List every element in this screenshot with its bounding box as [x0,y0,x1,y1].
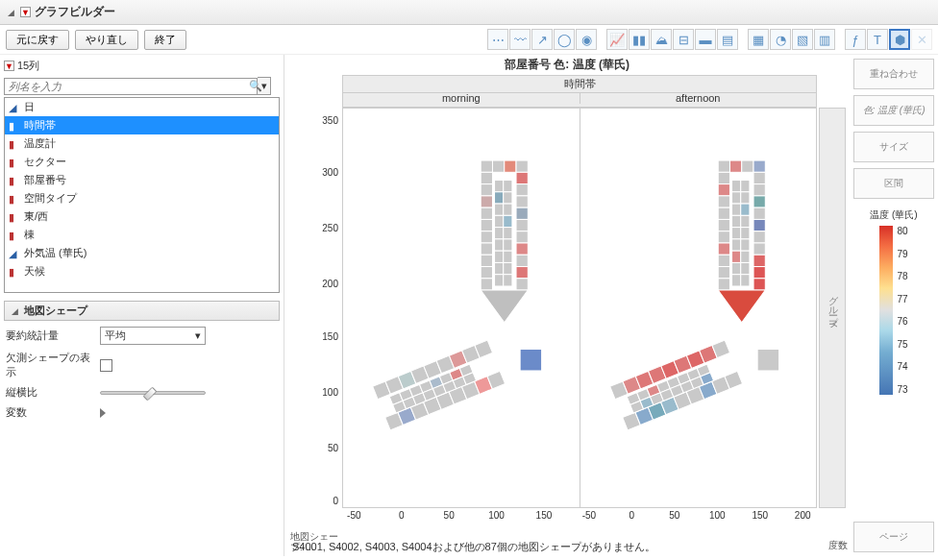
col-disclosure-icon[interactable]: ▼ [4,61,14,71]
group-y-strip[interactable]: グループY [819,108,846,508]
col-label: 時間帯 [24,118,56,133]
undo-button[interactable]: 元に戻す [6,30,69,50]
y-tick: 300 [304,166,338,177]
bar-icon[interactable]: ▮▮ [629,29,650,50]
interval-dropzone[interactable]: 区間 [853,168,934,199]
svg-rect-36 [495,251,504,262]
page-dropzone[interactable]: ページ [853,522,934,552]
legend-tick: 80 [897,226,907,236]
select-value: 平均 [105,329,126,343]
x-tick: 100 [709,510,726,521]
chart-area: 時間帯 morning afternoon 350 300 250 200 15… [284,75,850,556]
x-tick: 100 [488,510,505,521]
svg-marker-120 [718,290,765,323]
title-bar: ◢ ▼ グラフビルダー [0,0,938,25]
shape-section-header[interactable]: ◢ 地図シェープ [4,301,280,321]
outer-disclosure-icon[interactable]: ◢ [6,7,16,17]
parallel-icon[interactable]: ▥ [814,29,835,50]
pie-icon[interactable]: ◔ [770,29,791,50]
formula-icon[interactable]: ƒ [845,29,866,50]
svg-rect-117 [740,262,749,274]
nominal-icon: ▮ [9,211,20,223]
svg-rect-31 [504,215,512,227]
search-input[interactable] [4,78,258,95]
color-dropzone[interactable]: 色: 温度 (華氏) [853,95,934,126]
col-item-day[interactable]: ◢日 [5,98,279,116]
nominal-icon: ▮ [9,157,20,168]
map-afternoon-svg [580,109,817,507]
svg-rect-81 [753,160,765,172]
svg-rect-116 [731,262,740,274]
svg-rect-84 [718,184,729,196]
svg-rect-6 [481,184,492,196]
histogram-icon[interactable]: ▬ [695,29,716,50]
caption-icon[interactable]: T [867,29,888,50]
svg-rect-41 [504,275,512,286]
col-item-weather[interactable]: ▮天候 [5,262,279,280]
other-icon[interactable]: ✕ [911,29,932,50]
svg-rect-14 [481,231,492,243]
svg-rect-83 [753,172,765,183]
column-list[interactable]: ◢日 ▮時間帯 ▮温度計 ▮セクター ▮部屋番号 ▮空間タイプ ▮東/西 ▮棟 … [4,97,280,293]
contour-icon[interactable]: ◉ [576,29,597,50]
missing-shape-checkbox[interactable] [100,359,112,372]
col-item-spacetype[interactable]: ▮空間タイプ [5,189,279,207]
lineof-fit-icon[interactable]: ↗ [531,29,553,50]
col-label: 日 [24,100,35,114]
heatmap-icon[interactable]: ▤ [717,29,738,50]
points-icon[interactable]: ⋯ [487,29,508,50]
treemap-icon[interactable]: ▧ [792,29,813,50]
mosaic-icon[interactable]: ▦ [748,29,769,50]
column-search: 🔍 ▾ [4,77,280,95]
col-item-room[interactable]: ▮部屋番号 [5,171,279,189]
svg-rect-24 [495,181,504,192]
ellipse-icon[interactable]: ◯ [554,29,575,50]
svg-rect-1 [492,160,504,172]
nominal-icon: ▮ [9,138,20,150]
col-item-sector[interactable]: ▮セクター [5,153,279,171]
size-dropzone[interactable]: サイズ [853,132,934,162]
legend-tick: 75 [897,339,907,350]
y-tick: 150 [304,330,338,341]
x-axis: -50 0 50 100 150 -50 0 50 100 150 200 [342,508,817,527]
plot-body[interactable] [342,108,817,508]
redo-button[interactable]: やり直し [75,30,138,50]
nominal-icon: ▮ [9,230,20,241]
status-message: S4001, S4002, S4003, S4004および他の87個の地図シェー… [292,540,655,554]
slider-thumb-icon[interactable] [143,386,158,401]
svg-rect-38 [495,262,504,274]
aspect-slider[interactable] [100,391,206,395]
summary-stat-select[interactable]: 平均▾ [100,327,206,345]
area-icon[interactable]: ⛰ [651,29,672,50]
line-icon[interactable]: 📈 [606,29,628,50]
legend-tick: 79 [897,249,907,259]
col-item-thermometer[interactable]: ▮温度計 [5,134,279,153]
svg-rect-101 [753,279,765,290]
svg-rect-80 [741,160,753,172]
variable-label: 変数 [6,405,92,420]
missing-shape-label: 欠測シェープの表示 [6,351,92,379]
svg-rect-32 [495,228,504,239]
svg-rect-90 [718,219,729,231]
disclosure-icon[interactable]: ▼ [20,7,31,17]
col-item-building[interactable]: ▮棟 [5,226,279,244]
col-label: 天候 [24,264,45,279]
done-button[interactable]: 終了 [144,30,186,50]
smoother-icon[interactable]: 〰 [509,29,531,50]
svg-rect-22 [481,279,492,290]
nominal-icon: ▮ [9,175,20,186]
variable-expand-icon[interactable] [100,408,106,418]
col-item-eastwest[interactable]: ▮東/西 [5,207,279,226]
col-item-timeband[interactable]: ▮時間帯 [5,116,279,134]
svg-rect-119 [740,275,749,286]
y-tick: 50 [304,443,338,453]
svg-rect-82 [718,172,729,183]
overlay-dropzone[interactable]: 重ね合わせ [853,59,934,89]
boxplot-icon[interactable]: ⊟ [673,29,694,50]
map-shapes-icon[interactable]: ⬢ [889,29,910,50]
svg-rect-93 [753,231,765,243]
x-tick: 50 [444,510,455,521]
svg-rect-26 [495,192,504,204]
col-item-outtemp[interactable]: ◢外気温 (華氏) [5,244,279,262]
facet-header: 時間帯 morning afternoon [342,75,817,108]
